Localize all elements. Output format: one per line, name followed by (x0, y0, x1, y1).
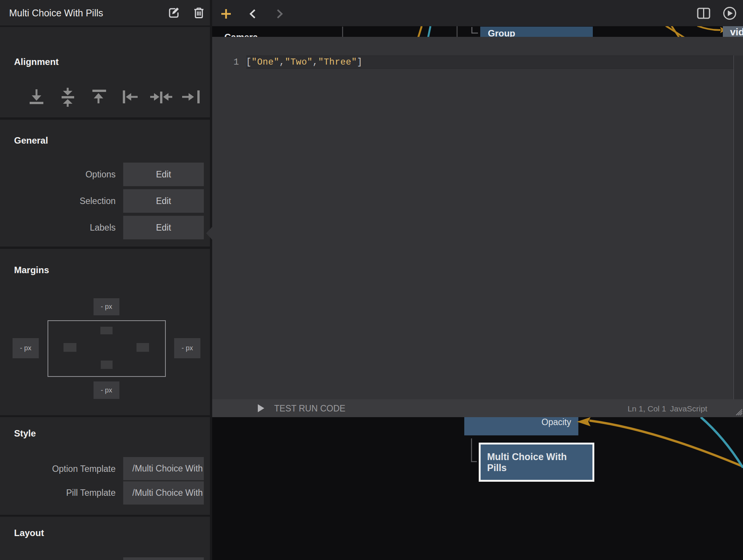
svg-text:vid: vid (730, 26, 743, 38)
svg-text:Opacity: Opacity (541, 417, 571, 427)
svg-text:Multi Choice With: Multi Choice With (487, 451, 567, 462)
svg-text:Pills: Pills (487, 462, 506, 473)
